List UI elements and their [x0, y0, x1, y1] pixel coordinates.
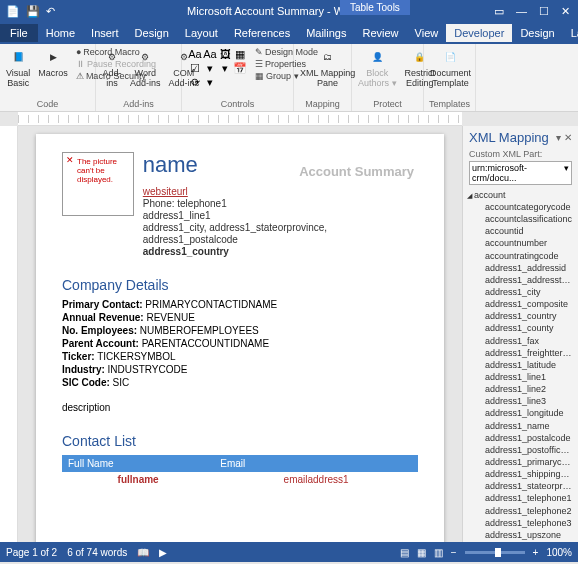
- tree-item[interactable]: address1_country: [467, 310, 574, 322]
- macros-button[interactable]: ▶Macros: [36, 46, 70, 81]
- detail-row: Ticker: TICKERSYMBOL: [62, 351, 418, 362]
- save-icon[interactable]: 💾: [26, 5, 40, 18]
- contact-list-heading: Contact List: [62, 433, 418, 449]
- zoom-out-icon[interactable]: −: [451, 547, 457, 558]
- xml-part-select[interactable]: urn:microsoft-crm/docu...▾: [469, 161, 572, 185]
- tab-table-design[interactable]: Design: [512, 24, 562, 42]
- table-row[interactable]: fullnameemailaddress1: [62, 472, 418, 487]
- tree-item[interactable]: address1_primaryconta: [467, 456, 574, 468]
- tree-item[interactable]: address1_county: [467, 322, 574, 334]
- tree-item[interactable]: address1_upszone: [467, 529, 574, 541]
- xml-tree[interactable]: account accountcategorycodeaccountclassi…: [463, 187, 578, 542]
- tab-insert[interactable]: Insert: [83, 24, 127, 42]
- addins-button[interactable]: ⚙Add- ins: [100, 46, 124, 91]
- tab-view[interactable]: View: [407, 24, 447, 42]
- view-print-icon[interactable]: ▦: [417, 547, 426, 558]
- panel-dropdown-icon[interactable]: ▾: [556, 132, 561, 143]
- tree-item[interactable]: address1_fax: [467, 335, 574, 347]
- tab-mailings[interactable]: Mailings: [298, 24, 354, 42]
- document-template-button[interactable]: 📄Document Template: [428, 46, 473, 91]
- view-web-icon[interactable]: ▥: [434, 547, 443, 558]
- tree-item[interactable]: address1_postalcode: [467, 432, 574, 444]
- tab-review[interactable]: Review: [355, 24, 407, 42]
- chevron-down-icon: ▾: [564, 163, 569, 183]
- ribbon: 📘Visual Basic ▶Macros ● Record Macro ⏸ P…: [0, 44, 578, 112]
- field-addr2: address1_city, address1_stateorprovince,: [143, 222, 327, 233]
- ribbon-options-icon[interactable]: ▭: [494, 5, 504, 18]
- control-repeating-icon[interactable]: ⟳: [188, 76, 202, 89]
- status-macro-icon[interactable]: ▶: [159, 547, 167, 558]
- image-placeholder[interactable]: The picture can't be displayed.: [62, 152, 134, 216]
- panel-close-icon[interactable]: ✕: [564, 132, 572, 143]
- tab-design[interactable]: Design: [127, 24, 177, 42]
- tree-item[interactable]: address1_utcoffset: [467, 541, 574, 542]
- tree-item[interactable]: address1_telephone1: [467, 492, 574, 504]
- tree-item[interactable]: address1_line2: [467, 383, 574, 395]
- tab-table-layout[interactable]: Layout: [563, 24, 578, 42]
- tree-item[interactable]: address1_shippingmet: [467, 468, 574, 480]
- tree-item[interactable]: address1_city: [467, 286, 574, 298]
- tree-item[interactable]: address1_name: [467, 420, 574, 432]
- document-area[interactable]: Account Summary The picture can't be dis…: [18, 126, 462, 542]
- th-fullname: Full Name: [62, 455, 214, 472]
- visual-basic-button[interactable]: 📘Visual Basic: [4, 46, 32, 91]
- group-addins: ⚙Add- ins ⚙Word Add-ins ⚙COM Add-ins Add…: [96, 44, 182, 111]
- workspace: Account Summary The picture can't be dis…: [0, 126, 578, 542]
- tree-item[interactable]: address1_telephone2: [467, 505, 574, 517]
- zoom-in-icon[interactable]: +: [533, 547, 539, 558]
- control-dropdown-icon[interactable]: ▾: [218, 62, 232, 75]
- tree-item[interactable]: address1_freightterms: [467, 347, 574, 359]
- tree-item[interactable]: address1_longitude: [467, 407, 574, 419]
- maximize-icon[interactable]: ☐: [539, 5, 549, 18]
- control-date-icon[interactable]: 📅: [233, 62, 247, 75]
- zoom-level[interactable]: 100%: [546, 547, 572, 558]
- control-legacy-icon[interactable]: ▾: [203, 76, 217, 89]
- status-spell-icon[interactable]: 📖: [137, 547, 149, 558]
- file-tab[interactable]: File: [0, 24, 38, 42]
- control-picture-icon[interactable]: 🖼: [218, 48, 232, 61]
- xml-mapping-button[interactable]: 🗂XML Mapping Pane: [298, 46, 357, 91]
- block-authors-button[interactable]: 👤Block Authors ▾: [356, 46, 399, 91]
- tab-developer[interactable]: Developer: [446, 24, 512, 42]
- tree-item[interactable]: address1_latitude: [467, 359, 574, 371]
- tree-item[interactable]: accountclassificationc: [467, 213, 574, 225]
- tree-item[interactable]: accountnumber: [467, 237, 574, 249]
- tree-item[interactable]: address1_line1: [467, 371, 574, 383]
- status-words[interactable]: 6 of 74 words: [67, 547, 127, 558]
- tree-item[interactable]: address1_telephone3: [467, 517, 574, 529]
- undo-icon[interactable]: ↶: [46, 5, 55, 18]
- tree-item[interactable]: accountid: [467, 225, 574, 237]
- field-addr4: address1_country: [143, 246, 327, 257]
- word-addins-button[interactable]: ⚙Word Add-ins: [128, 46, 163, 91]
- tree-root[interactable]: account: [467, 189, 574, 201]
- tree-item[interactable]: address1_stateorprovi: [467, 480, 574, 492]
- close-icon[interactable]: ✕: [561, 5, 570, 18]
- control-richtext-icon[interactable]: Aa: [188, 48, 202, 61]
- control-checkbox-icon[interactable]: ☑: [188, 62, 202, 75]
- zoom-slider[interactable]: [465, 551, 525, 554]
- tab-home[interactable]: Home: [38, 24, 83, 42]
- control-combo-icon[interactable]: ▾: [203, 62, 217, 75]
- tab-layout[interactable]: Layout: [177, 24, 226, 42]
- tree-item[interactable]: address1_postofficebo: [467, 444, 574, 456]
- field-website[interactable]: websiteurl: [143, 186, 327, 197]
- tab-references[interactable]: References: [226, 24, 298, 42]
- minimize-icon[interactable]: —: [516, 5, 527, 18]
- view-read-icon[interactable]: ▤: [400, 547, 409, 558]
- tree-item[interactable]: accountratingcode: [467, 250, 574, 262]
- status-page[interactable]: Page 1 of 2: [6, 547, 57, 558]
- table-tools-tab[interactable]: Table Tools: [340, 0, 410, 15]
- control-plaintext-icon[interactable]: Aa: [203, 48, 217, 61]
- tree-item[interactable]: address1_addressid: [467, 262, 574, 274]
- tree-item[interactable]: accountcategorycode: [467, 201, 574, 213]
- tree-item[interactable]: address1_line3: [467, 395, 574, 407]
- tree-item[interactable]: address1_composite: [467, 298, 574, 310]
- control-buildingblock-icon[interactable]: ▦: [233, 48, 247, 61]
- th-email: Email: [214, 455, 418, 472]
- vertical-ruler[interactable]: [0, 126, 18, 542]
- field-phone: Phone: telephone1: [143, 198, 327, 209]
- page: Account Summary The picture can't be dis…: [36, 134, 444, 542]
- tree-item[interactable]: address1_addresstypec: [467, 274, 574, 286]
- horizontal-ruler[interactable]: [18, 112, 462, 126]
- detail-row: Parent Account: PARENTACCOUNTIDNAME: [62, 338, 418, 349]
